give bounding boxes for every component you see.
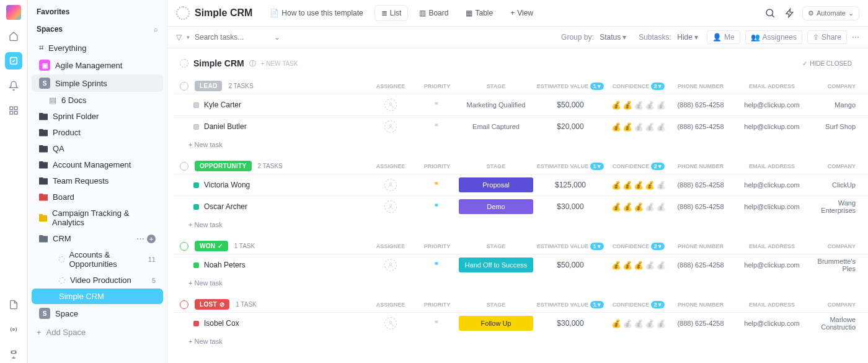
sidebar-account-management[interactable]: Account Management [32,157,163,173]
col-phone[interactable]: Phone Number [670,163,732,169]
col-email[interactable]: Email Address [732,243,812,249]
sidebar-accounts-opportunities[interactable]: Accounts & Opportunities11 [32,247,163,272]
estimated-value[interactable]: $50,000 [533,261,608,269]
email-address[interactable]: help@clickup.com [732,123,812,130]
sidebar-sprint-folder[interactable]: Sprint Folder [32,109,163,124]
col-confidence[interactable]: Confidence 2 ▾ [608,163,670,170]
task-row[interactable]: Victoria Wong Proposal $125,000 💰💰💰💰💰 (8… [174,174,868,195]
confidence-rating[interactable]: 💰💰💰💰💰 [608,261,670,270]
status-square-icon[interactable] [193,262,199,268]
priority-flag[interactable] [415,261,459,269]
col-company[interactable]: Company [812,163,862,169]
goals-icon[interactable] [5,346,22,363]
assign-button[interactable] [384,317,397,329]
subtasks-dropdown[interactable]: Subtasks: Hide▾ [635,31,702,43]
status-square-icon[interactable] [193,182,199,188]
confidence-rating[interactable]: 💰💰💰💰💰 [608,122,670,132]
company-name[interactable]: Wang Enterprises [812,199,862,214]
pulse-icon[interactable] [5,321,22,338]
task-row[interactable]: Isobel Cox Follow Up $30,000 💰💰💰💰💰 (888)… [174,312,868,334]
estimated-value[interactable]: $125,000 [533,181,608,189]
share-button[interactable]: ⇪Share [807,30,847,44]
new-task-link[interactable]: + New task [174,276,868,290]
app-logo[interactable] [6,5,21,20]
status-square-icon[interactable] [193,204,199,210]
col-est-value[interactable]: Estimated Value 1 ▾ [533,243,608,250]
task-row[interactable]: Daniel Butler Email Captured $20,000 💰💰💰… [174,115,868,137]
sidebar-team-requests[interactable]: Team Requests [32,173,163,189]
col-email[interactable]: Email Address [732,163,812,169]
search-icon[interactable] [763,6,777,20]
col-phone[interactable]: Phone Number [670,243,732,249]
add-view[interactable]: +View [504,6,539,20]
group-header[interactable]: LEAD 2 TASKS Assignee Priority Stage Est… [174,78,868,94]
col-priority[interactable]: Priority [415,243,459,249]
sidebar-simple-crm[interactable]: Simple CRM [32,289,163,304]
email-address[interactable]: help@clickup.com [732,261,812,269]
more-icon[interactable]: ⋯ [136,234,144,243]
task-row[interactable]: Kyle Carter Marketing Qualified $50,000 … [174,94,868,115]
col-stage[interactable]: Stage [459,83,533,89]
group-header[interactable]: OPPORTUNITY 2 TASKS Assignee Priority St… [174,158,868,174]
status-pill[interactable]: LEAD [195,81,222,91]
status-pill[interactable]: OPPORTUNITY [195,161,252,171]
phone-number[interactable]: (888) 625-4258 [670,123,732,130]
home-icon[interactable] [5,27,22,45]
email-address[interactable]: help@clickup.com [732,181,812,189]
col-stage[interactable]: Stage [459,163,533,169]
sidebar-crm[interactable]: CRM⋯+ [32,231,163,246]
group-header[interactable]: LOST⊘ 1 TASK Assignee Priority Stage Est… [174,297,868,312]
search-input[interactable] [195,33,269,42]
stage-cell[interactable]: Marketing Qualified [459,97,533,112]
new-task-link[interactable]: + New task [174,137,868,152]
col-priority[interactable]: Priority [415,163,459,169]
col-est-value[interactable]: Estimated Value 1 ▾ [533,83,608,90]
confidence-rating[interactable]: 💰💰💰💰💰 [608,319,670,328]
priority-flag[interactable] [415,203,459,210]
col-phone[interactable]: Phone Number [670,83,732,89]
status-pill[interactable]: LOST⊘ [195,299,229,310]
group-header[interactable]: WON✓ 1 TASK Assignee Priority Stage Esti… [174,238,868,254]
assign-button[interactable] [384,179,397,191]
search-icon[interactable]: ⌕ [154,25,158,33]
add-space-button[interactable]: +Add Space [28,323,167,342]
sidebar-campaign[interactable]: Campaign Tracking & Analytics [32,205,163,230]
col-confidence[interactable]: Confidence 2 ▾ [608,243,670,250]
view-table[interactable]: ▦Table [459,6,499,20]
priority-flag[interactable] [415,320,459,327]
company-name[interactable]: Surf Shop [812,123,862,130]
phone-number[interactable]: (888) 625-4258 [670,261,732,269]
confidence-rating[interactable]: 💰💰💰💰💰 [608,101,670,110]
estimated-value[interactable]: $20,000 [533,122,608,131]
new-task-button[interactable]: + NEW TASK [261,60,298,67]
favorites-header[interactable]: Favorites [28,5,167,19]
group-toggle-icon[interactable] [180,242,188,251]
new-task-link[interactable]: + New task [174,334,868,349]
stage-cell[interactable]: Email Captured [459,119,533,134]
sidebar-product[interactable]: Product [32,125,163,140]
col-email[interactable]: Email Address [732,83,812,89]
email-address[interactable]: help@clickup.com [732,320,812,327]
apps-icon[interactable] [5,102,22,119]
company-name[interactable]: Marlowe Constructio [812,316,862,331]
assign-button[interactable] [384,99,397,111]
status-square-icon[interactable] [193,321,199,326]
col-phone[interactable]: Phone Number [670,302,732,308]
confidence-rating[interactable]: 💰💰💰💰💰 [608,181,670,190]
new-task-link[interactable]: + New task [174,217,868,232]
sidebar-video-production[interactable]: Video Production5 [32,272,163,288]
task-row[interactable]: Oscar Archer Demo $30,000 💰💰💰💰💰 (888) 62… [174,195,868,217]
col-assignee[interactable]: Assignee [366,302,415,308]
filter-icon[interactable]: ▽ [176,33,182,42]
bolt-icon[interactable] [782,6,797,20]
more-icon[interactable]: ⋯ [852,33,859,42]
stage-cell[interactable]: Demo [459,199,533,214]
col-stage[interactable]: Stage [459,243,533,249]
col-confidence[interactable]: Confidence 2 ▾ [608,83,670,90]
company-name[interactable]: Brummette's Pies [812,258,862,272]
estimated-value[interactable]: $30,000 [533,319,608,328]
status-square-icon[interactable] [193,102,199,108]
list-collapse-icon[interactable] [180,59,188,68]
stage-cell[interactable]: Hand Off to Success [459,258,533,272]
company-name[interactable]: Mango [812,101,862,109]
